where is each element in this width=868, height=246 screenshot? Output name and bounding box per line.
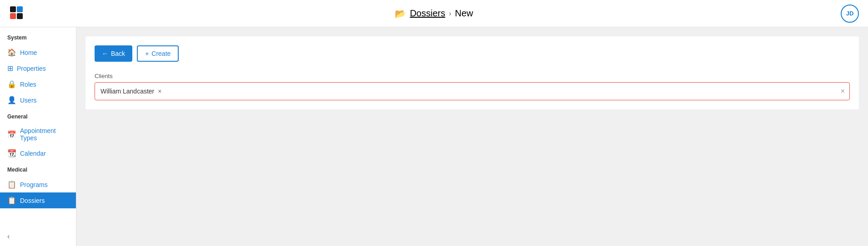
sidebar-item-roles-label: Roles <box>20 81 36 88</box>
sidebar-item-roles[interactable]: 🔒 Roles <box>0 76 76 92</box>
breadcrumb: 📂 Dossiers › New <box>395 8 473 19</box>
system-section-label: System <box>0 34 76 44</box>
sidebar-collapse-area: ‹ <box>0 227 76 246</box>
sidebar-item-appointment-types[interactable]: 📅 Appointment Types <box>0 123 76 145</box>
tag-remove-button[interactable]: × <box>158 88 161 95</box>
content-card: ← Back + Create Clients William Landcast… <box>85 36 859 109</box>
svg-rect-3 <box>17 13 23 19</box>
dossiers-icon: 📋 <box>7 196 16 205</box>
back-label: Back <box>111 50 125 57</box>
create-icon: + <box>145 50 149 57</box>
header: 📂 Dossiers › New JD <box>0 0 868 27</box>
dossier-header-icon: 📂 <box>395 8 406 19</box>
dossiers-breadcrumb-link[interactable]: Dossiers <box>410 8 445 19</box>
action-bar: ← Back + Create <box>95 45 850 62</box>
sidebar-item-programs[interactable]: 📋 Programs <box>0 177 76 192</box>
create-button[interactable]: + Create <box>137 45 179 62</box>
svg-rect-1 <box>17 6 23 12</box>
create-label: Create <box>151 50 171 57</box>
appointment-types-icon: 📅 <box>7 130 16 139</box>
clients-field: Clients William Landcaster × × <box>95 73 850 100</box>
input-clear-button[interactable]: × <box>841 87 845 95</box>
sidebar-item-calendar-label: Calendar <box>20 150 46 157</box>
home-icon: 🏠 <box>7 48 16 57</box>
sidebar-item-home[interactable]: 🏠 Home <box>0 44 76 60</box>
breadcrumb-chevron: › <box>449 10 451 18</box>
sidebar-item-appointment-types-label: Appointment Types <box>20 127 69 142</box>
clients-label: Clients <box>95 73 850 79</box>
sidebar-item-calendar[interactable]: 📆 Calendar <box>0 145 76 161</box>
programs-icon: 📋 <box>7 180 16 189</box>
sidebar-item-programs-label: Programs <box>20 181 48 188</box>
sidebar-item-properties[interactable]: ⊞ Properties <box>0 60 76 76</box>
main-layout: System 🏠 Home ⊞ Properties 🔒 Roles 👤 Use… <box>0 27 868 246</box>
sidebar-item-dossiers[interactable]: 📋 Dossiers <box>0 192 76 208</box>
sidebar-item-users-label: Users <box>20 97 37 104</box>
svg-rect-0 <box>10 6 16 12</box>
client-tag: William Landcaster × <box>100 88 161 95</box>
back-button[interactable]: ← Back <box>95 45 132 62</box>
content-area: ← Back + Create Clients William Landcast… <box>76 27 868 246</box>
client-name: William Landcaster <box>100 88 154 95</box>
users-icon: 👤 <box>7 96 16 104</box>
svg-rect-2 <box>10 13 16 19</box>
collapse-button[interactable]: ‹ <box>7 232 10 241</box>
roles-icon: 🔒 <box>7 80 16 89</box>
page-title: New <box>455 8 473 19</box>
general-section-label: General <box>0 113 76 123</box>
sidebar-item-home-label: Home <box>20 49 37 56</box>
clients-input[interactable]: William Landcaster × × <box>95 82 850 100</box>
sidebar-item-properties-label: Properties <box>17 65 46 72</box>
sidebar-item-users[interactable]: 👤 Users <box>0 92 76 108</box>
sidebar: System 🏠 Home ⊞ Properties 🔒 Roles 👤 Use… <box>0 27 76 246</box>
properties-icon: ⊞ <box>7 64 13 73</box>
avatar[interactable]: JD <box>841 5 859 23</box>
sidebar-item-dossiers-label: Dossiers <box>20 197 45 204</box>
calendar-icon: 📆 <box>7 149 16 157</box>
back-icon: ← <box>102 50 108 57</box>
medical-section-label: Medical <box>0 167 76 177</box>
logo[interactable] <box>9 5 24 22</box>
